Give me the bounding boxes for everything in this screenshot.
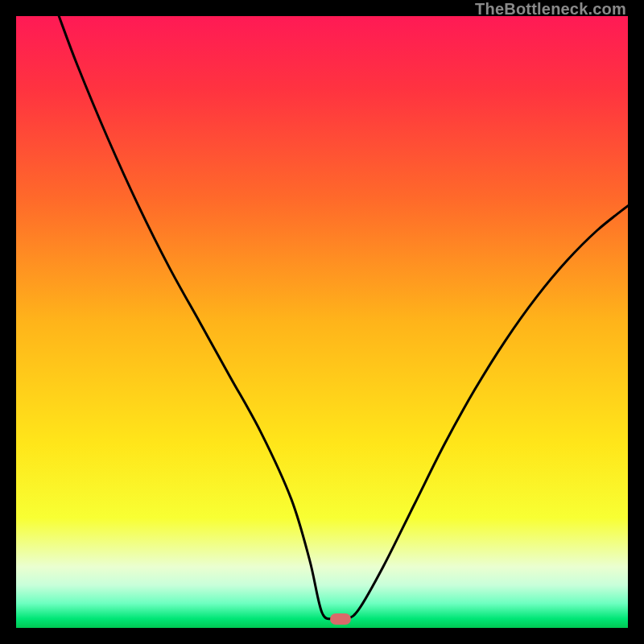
- chart-frame: TheBottleneck.com: [0, 0, 644, 644]
- curve-layer: [16, 16, 628, 628]
- plot-area: [16, 16, 628, 628]
- bottleneck-curve: [59, 16, 628, 620]
- bottleneck-marker: [330, 613, 351, 625]
